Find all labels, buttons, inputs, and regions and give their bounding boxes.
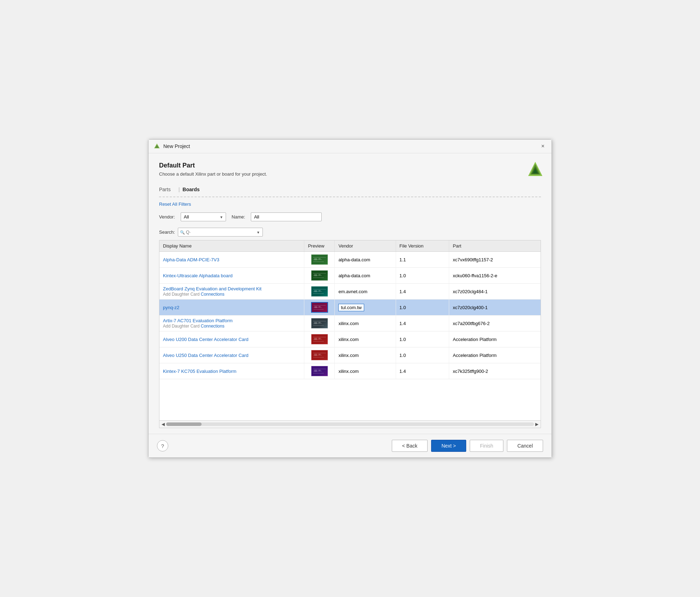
svg-rect-29 <box>318 306 321 307</box>
tab-parts[interactable]: Parts <box>159 185 176 194</box>
h-scroll-track[interactable] <box>166 422 534 426</box>
vendor-cell: alpha-data.com <box>335 252 396 268</box>
part-cell: xc7z020clg400-1 <box>449 300 541 315</box>
help-button[interactable]: ? <box>157 440 168 451</box>
sub-link[interactable]: Connections <box>201 292 225 297</box>
vendor-cell: xilinx.com <box>335 331 396 347</box>
scroll-right-arrow[interactable]: ▶ <box>535 422 538 427</box>
scroll-left-arrow[interactable]: ◀ <box>162 422 165 427</box>
bottom-bar: ? < Back Next > Finish Cancel <box>148 434 552 457</box>
svg-rect-35 <box>318 322 321 323</box>
board-name-link[interactable]: Alveo U200 Data Center Accelerator Card <box>163 337 248 342</box>
table-row[interactable]: Artix-7 AC701 Evaluation PlatformAdd Dau… <box>159 315 541 331</box>
vendor-select[interactable]: All alpha-data.com em.avnet.com tul.com.… <box>181 212 226 221</box>
tab-boards[interactable]: Boards <box>182 185 204 194</box>
col-header-vendor: Vendor <box>335 240 396 252</box>
part-cell: Acceleration Platform <box>449 347 541 363</box>
preview-cell <box>304 331 335 347</box>
svg-rect-16 <box>314 274 317 276</box>
sub-text: Add Daughter Card <box>163 292 201 297</box>
table-row[interactable]: pynq-z2tul.com.tw1.0xc7z020clg400-1 <box>159 300 541 315</box>
version-cell: 1.1 <box>396 252 449 268</box>
table-row[interactable]: Alpha-Data ADM-PCIE-7V3alpha-data.com1.1… <box>159 252 541 268</box>
svg-rect-28 <box>315 306 317 308</box>
board-name-link[interactable]: Alveo U250 Data Center Accelerator Card <box>163 353 248 358</box>
board-preview-image <box>311 270 328 281</box>
cancel-button[interactable]: Cancel <box>507 440 543 452</box>
version-cell: 1.0 <box>396 331 449 347</box>
svg-rect-23 <box>318 290 321 291</box>
new-project-dialog: New Project × Default Part Choose a defa… <box>148 139 552 458</box>
preview-cell <box>304 252 335 268</box>
board-name-link[interactable]: ZedBoard Zynq Evaluation and Development… <box>163 286 261 291</box>
col-header-name: Display Name <box>159 240 304 252</box>
h-scroll-thumb[interactable] <box>166 422 202 426</box>
vendor-label: Vendor: <box>159 214 175 220</box>
preview-cell <box>304 284 335 300</box>
version-cell: 1.4 <box>396 315 449 331</box>
table-row[interactable]: Kintex-Ultrascale Alphadata boardalpha-d… <box>159 268 541 284</box>
svg-rect-22 <box>314 290 317 292</box>
reset-filters-link[interactable]: Reset All Filters <box>159 201 191 207</box>
table-row[interactable]: Kintex-7 KC705 Evaluation Platformxilinx… <box>159 363 541 379</box>
vendor-selected: tul.com.tw <box>338 304 364 311</box>
preview-cell <box>304 347 335 363</box>
version-cell: 1.0 <box>396 300 449 315</box>
vendor-cell: em.avnet.com <box>335 284 396 300</box>
horizontal-scrollbar[interactable]: ◀ ▶ <box>159 420 541 428</box>
board-name-link[interactable]: pynq-z2 <box>163 305 179 310</box>
table-row[interactable]: ZedBoard Zynq Evaluation and Development… <box>159 284 541 300</box>
sub-link[interactable]: Connections <box>201 324 225 329</box>
board-preview-image <box>311 350 328 360</box>
filter-row: Reset All Filters <box>159 201 541 207</box>
svg-rect-47 <box>318 354 321 355</box>
dialog-title: New Project <box>163 143 190 149</box>
vendor-cell: alpha-data.com <box>335 268 396 284</box>
version-cell: 1.0 <box>396 268 449 284</box>
logo-area <box>526 160 544 180</box>
part-cell: xc7vx690tffg1157-2 <box>449 252 541 268</box>
version-cell: 1.4 <box>396 363 449 379</box>
boards-table: Display Name Preview Vendor File Version… <box>159 240 541 379</box>
svg-rect-52 <box>314 370 317 372</box>
title-bar-left: New Project <box>153 143 190 150</box>
part-cell: Acceleration Platform <box>449 331 541 347</box>
sub-text: Add Daughter Card <box>163 324 201 329</box>
app-icon <box>153 143 160 150</box>
filter-controls: Vendor: All alpha-data.com em.avnet.com … <box>159 212 541 221</box>
board-name-link[interactable]: Alpha-Data ADM-PCIE-7V3 <box>163 257 219 262</box>
svg-rect-34 <box>314 322 317 324</box>
search-input[interactable] <box>178 228 263 237</box>
vendor-cell: xilinx.com <box>335 363 396 379</box>
table-header-row: Display Name Preview Vendor File Version… <box>159 240 541 252</box>
board-preview-image <box>311 366 328 376</box>
title-bar: New Project × <box>148 140 552 153</box>
help-icon: ? <box>161 443 164 449</box>
table-row[interactable]: Alveo U200 Data Center Accelerator Cardx… <box>159 331 541 347</box>
board-name-link[interactable]: Artix-7 AC701 Evaluation Platform <box>163 318 233 323</box>
back-button[interactable]: < Back <box>392 440 428 452</box>
preview-cell <box>304 300 335 315</box>
page-title: Default Part <box>159 162 541 169</box>
table-row[interactable]: Alveo U250 Data Center Accelerator Cardx… <box>159 347 541 363</box>
board-preview-image <box>311 302 328 313</box>
vendor-cell: xilinx.com <box>335 347 396 363</box>
board-name-link[interactable]: Kintex-7 KC705 Evaluation Platform <box>163 369 236 374</box>
next-button[interactable]: Next > <box>431 440 466 452</box>
part-cell: xc7z020clg484-1 <box>449 284 541 300</box>
close-button[interactable]: × <box>539 142 547 150</box>
col-header-part: Part <box>449 240 541 252</box>
board-name-link[interactable]: Kintex-Ultrascale Alphadata board <box>163 273 233 278</box>
search-label: Search: <box>159 229 175 235</box>
boards-table-container: Display Name Preview Vendor File Version… <box>159 240 541 428</box>
svg-rect-40 <box>314 338 317 340</box>
preview-cell <box>304 268 335 284</box>
version-cell: 1.0 <box>396 347 449 363</box>
vendor-cell: tul.com.tw <box>335 300 396 315</box>
table-scroll[interactable]: Display Name Preview Vendor File Version… <box>159 240 541 420</box>
svg-rect-53 <box>318 370 321 371</box>
action-buttons: < Back Next > Finish Cancel <box>392 440 543 452</box>
name-filter-input[interactable] <box>251 212 322 221</box>
finish-button[interactable]: Finish <box>470 440 503 452</box>
col-header-version: File Version <box>396 240 449 252</box>
